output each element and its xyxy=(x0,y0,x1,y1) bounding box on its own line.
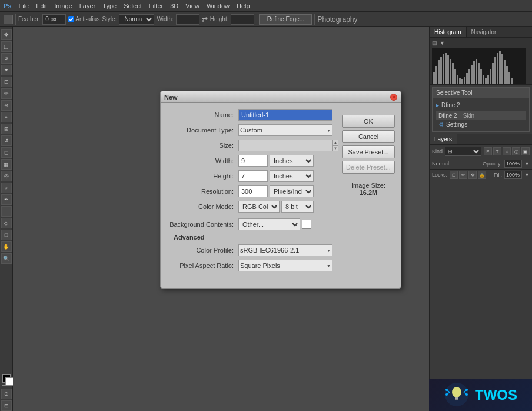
lasso-tool[interactable]: ⌀ xyxy=(1,53,12,64)
width-unit-select[interactable]: Inches Pixels Centimeters xyxy=(270,155,314,167)
lock-transparent-icon[interactable]: ⊞ xyxy=(450,171,458,179)
exchange-icon[interactable]: ⇄ xyxy=(202,15,208,24)
hand-tool[interactable]: ✋ xyxy=(1,241,12,252)
history-brush-tool[interactable]: ↺ xyxy=(1,135,12,146)
dodge-tool[interactable]: ○ xyxy=(1,183,12,193)
text-tool[interactable]: T xyxy=(1,206,12,217)
brush-tool[interactable]: ⌖ xyxy=(1,112,12,122)
dialog-close-button[interactable]: × xyxy=(390,94,397,101)
svg-rect-10 xyxy=(454,69,456,84)
options-bar: Feather: Anti-alias Style: Normal Width:… xyxy=(0,12,532,27)
bg-color-swatch[interactable] xyxy=(302,220,311,229)
menu-file[interactable]: File xyxy=(18,2,29,9)
save-preset-button[interactable]: Save Preset... xyxy=(342,145,395,158)
width-value-input[interactable] xyxy=(238,155,268,167)
kind-select[interactable]: ⊞ xyxy=(445,147,481,156)
crop-tool[interactable]: ⊡ xyxy=(1,77,12,87)
pixel-aspect-select[interactable]: Square Pixels xyxy=(238,260,332,271)
zoom-tool[interactable]: 🔍 xyxy=(1,253,12,264)
magic-wand-tool[interactable]: ✦ xyxy=(1,65,12,75)
size-spin-up[interactable]: ▲ xyxy=(332,140,338,145)
menu-help[interactable]: Help xyxy=(237,2,250,9)
width-input[interactable] xyxy=(176,14,200,25)
eraser-tool[interactable]: ◻ xyxy=(1,147,12,158)
clone-tool[interactable]: ⊞ xyxy=(1,124,12,134)
doc-type-select[interactable]: Custom xyxy=(238,124,332,136)
layers-tab[interactable]: Layers xyxy=(430,134,457,144)
svg-rect-26 xyxy=(492,63,494,84)
move-tool[interactable]: ✥ xyxy=(1,29,12,40)
style-select[interactable]: Normal xyxy=(119,14,154,25)
histogram-label: ▤ xyxy=(432,40,437,46)
bg-contents-select[interactable]: Other... White Background Color Transpar… xyxy=(238,218,300,230)
name-input[interactable] xyxy=(238,109,332,121)
menu-type[interactable]: Type xyxy=(102,2,117,9)
menu-view[interactable]: View xyxy=(185,2,200,9)
image-size-label: Image Size: xyxy=(342,182,395,189)
layer-icon-5[interactable]: ▣ xyxy=(521,147,530,155)
menu-window[interactable]: Window xyxy=(207,2,230,9)
menu-bar: Ps File Edit Image Layer Type Select Fil… xyxy=(0,0,532,12)
resolution-value-input[interactable] xyxy=(238,185,268,197)
svg-rect-34 xyxy=(511,78,513,84)
lock-position-icon[interactable]: ✥ xyxy=(468,171,477,179)
shape-tool[interactable]: □ xyxy=(1,230,12,240)
lock-pixels-icon[interactable]: ✏ xyxy=(459,171,467,179)
layer-icon-2[interactable]: T xyxy=(493,147,501,155)
opacity-dropdown-icon[interactable]: ▼ xyxy=(524,161,530,167)
path-tool[interactable]: ◇ xyxy=(1,218,12,228)
lock-all-icon[interactable]: 🔒 xyxy=(478,171,486,179)
menu-filter[interactable]: Filter xyxy=(149,2,163,9)
menu-layer[interactable]: Layer xyxy=(79,2,96,9)
opacity-input[interactable] xyxy=(504,160,522,168)
lock-label: Locks: xyxy=(432,172,447,178)
bit-depth-select[interactable]: 8 bit 16 bit 32 bit xyxy=(281,201,314,213)
dfine2-row[interactable]: ▸ Dfine 2 xyxy=(436,101,526,110)
color-profile-select[interactable]: sRGB IEC61966-2.1 xyxy=(238,244,332,256)
menu-3d[interactable]: 3D xyxy=(170,2,178,9)
delete-preset-button[interactable]: Delete Preset... xyxy=(342,161,395,174)
layers-section: Layers Kind ⊞ P T ☆ ◎ ▣ Normal Opacity: xyxy=(430,134,532,411)
eyedropper-tool[interactable]: ✏ xyxy=(1,88,12,99)
foreground-color[interactable] xyxy=(2,374,11,383)
menu-image[interactable]: Image xyxy=(54,2,72,9)
feather-input[interactable] xyxy=(42,14,66,25)
lock-icons: ⊞ ✏ ✥ 🔒 xyxy=(450,171,486,179)
histogram-tab[interactable]: Histogram xyxy=(430,27,467,37)
menu-edit[interactable]: Edit xyxy=(36,2,47,9)
refine-edge-button[interactable]: Refine Edge... xyxy=(259,14,312,25)
pen-tool[interactable]: ✒ xyxy=(1,194,12,205)
fill-dropdown-icon[interactable]: ▼ xyxy=(524,172,530,178)
layers-tabs: Layers xyxy=(430,134,532,145)
histogram-options[interactable]: ▼ xyxy=(440,40,445,46)
blur-tool[interactable]: ◎ xyxy=(1,171,12,181)
screen-mode-tool[interactable]: ⊟ xyxy=(1,400,12,411)
quick-mask-tool[interactable]: ⊙ xyxy=(1,389,12,399)
watermark-icon xyxy=(444,382,470,408)
ok-button[interactable]: OK xyxy=(342,115,395,128)
layer-icon-3[interactable]: ☆ xyxy=(503,147,511,155)
color-mode-select[interactable]: RGB Color xyxy=(238,201,280,213)
svg-rect-13 xyxy=(461,79,463,84)
fill-input[interactable] xyxy=(504,171,522,179)
height-unit-select[interactable]: Inches Pixels Centimeters xyxy=(270,170,314,182)
healing-tool[interactable]: ⊕ xyxy=(1,100,12,111)
menu-select[interactable]: Select xyxy=(124,2,142,9)
background-color[interactable] xyxy=(5,377,14,386)
height-value-input[interactable] xyxy=(238,170,268,182)
ps-logo[interactable]: Ps xyxy=(4,2,11,9)
cancel-button[interactable]: Cancel xyxy=(342,130,395,143)
layer-icon-4[interactable]: ◎ xyxy=(512,147,520,155)
gradient-tool[interactable]: ▦ xyxy=(1,159,12,170)
svg-rect-37 xyxy=(455,397,458,399)
resolution-unit-select[interactable]: Pixels/Inch Pixels/Centimeter xyxy=(270,185,314,197)
size-spin-down[interactable]: ▼ xyxy=(332,145,338,151)
navigator-tab[interactable]: Navigator xyxy=(467,27,502,37)
dfine2-item-row[interactable]: Dfine 2 Skin xyxy=(436,111,526,120)
anti-alias-checkbox[interactable] xyxy=(68,16,74,22)
settings-row[interactable]: ⚙ Settings xyxy=(436,120,526,129)
workspace-label: Photography xyxy=(317,15,357,24)
layer-icon-1[interactable]: P xyxy=(484,147,492,155)
selection-tool[interactable]: ▢ xyxy=(1,41,12,52)
height-input[interactable] xyxy=(231,14,254,25)
